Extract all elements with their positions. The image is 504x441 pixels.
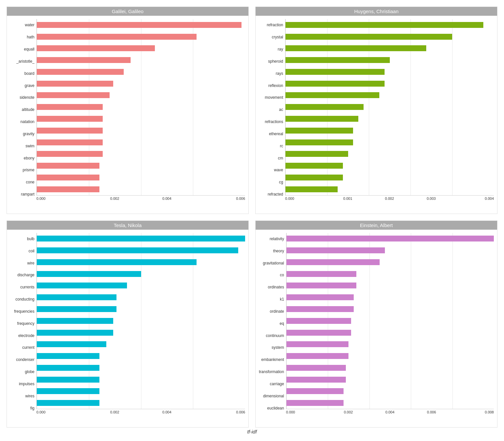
bar-row xyxy=(37,69,245,75)
y-label: reflexion xyxy=(259,84,283,88)
bars-area-huygens xyxy=(285,19,494,196)
bar-row xyxy=(285,45,494,52)
y-label: eq xyxy=(259,322,284,326)
bar-row xyxy=(37,127,245,134)
bar xyxy=(285,175,343,180)
y-label: cm xyxy=(259,156,283,160)
bar-row xyxy=(286,306,494,312)
bar-row xyxy=(285,162,494,169)
y-label: cg xyxy=(259,180,283,184)
bar-row xyxy=(286,329,494,336)
y-label: system xyxy=(259,346,284,349)
x-axis-tesla: 0.0000.0020.0040.006 xyxy=(36,409,245,414)
bar xyxy=(37,186,99,192)
y-label: hath xyxy=(10,35,34,39)
x-tick: 0.004 xyxy=(141,410,193,414)
bar-row xyxy=(37,104,245,110)
y-label: gravity xyxy=(10,132,34,136)
bar-row xyxy=(37,247,245,254)
bar xyxy=(37,92,110,98)
bar xyxy=(37,104,103,110)
bar-row xyxy=(285,69,494,75)
bar xyxy=(285,139,353,145)
bar-row xyxy=(37,92,245,98)
bar-row xyxy=(37,282,245,289)
y-label: fig xyxy=(10,406,34,410)
y-label: ray xyxy=(259,47,283,51)
bar-row xyxy=(286,388,494,394)
bar-row xyxy=(285,116,494,122)
y-label: embankment xyxy=(259,358,284,362)
bar xyxy=(285,22,483,28)
bar-row xyxy=(37,33,245,40)
bar xyxy=(285,128,353,134)
bar-row xyxy=(37,400,245,406)
y-labels-einstein: relativitytheorygravitationalcoordinates… xyxy=(259,233,286,414)
bar xyxy=(286,400,344,406)
y-label: ethereal xyxy=(259,132,283,136)
chart-title-huygens: Huygens, Christiaan xyxy=(256,7,497,16)
bar xyxy=(285,57,390,63)
y-label: prisme xyxy=(10,168,34,172)
bar-row xyxy=(285,127,494,134)
bar xyxy=(286,259,380,265)
chart-body-einstein: relativitytheorygravitationalcoordinates… xyxy=(256,230,497,428)
x-tick: 0.000 xyxy=(286,410,328,414)
bar xyxy=(285,45,426,51)
bar-row xyxy=(285,139,494,146)
bar xyxy=(286,294,354,300)
y-label: euclidean xyxy=(259,406,284,410)
y-label: refractions xyxy=(259,120,283,124)
bar-row xyxy=(37,365,245,371)
bar-row xyxy=(37,329,245,336)
bar-row xyxy=(285,151,494,157)
bar xyxy=(37,45,155,51)
bar xyxy=(37,365,99,371)
bar xyxy=(286,318,351,324)
y-label: swim xyxy=(10,144,34,148)
bar xyxy=(37,247,238,253)
y-label: wires xyxy=(10,394,34,398)
bar-row xyxy=(37,259,245,265)
bar xyxy=(37,271,141,277)
bar-row xyxy=(286,271,494,277)
bar xyxy=(286,247,385,253)
bar xyxy=(286,388,344,394)
bar-row xyxy=(286,353,494,359)
y-label: currents xyxy=(10,285,34,289)
y-label: sidenote xyxy=(10,95,34,99)
y-label: continuum xyxy=(259,334,284,338)
y-label: rampart xyxy=(10,192,34,196)
y-label: rc xyxy=(259,144,283,148)
y-label: ac xyxy=(259,108,283,112)
y-label: bulb xyxy=(10,237,34,241)
bar-row xyxy=(37,174,245,181)
bar-row xyxy=(37,45,245,52)
bar-row xyxy=(286,318,494,324)
bar xyxy=(286,377,346,383)
bar xyxy=(37,163,99,169)
bar xyxy=(285,92,379,98)
bar xyxy=(286,341,349,347)
y-labels-tesla: bulbcoilwiredischargecurrentsconductingf… xyxy=(10,233,36,414)
bar xyxy=(37,34,197,40)
chart-einstein: Einstein, Albertrelativitytheorygravitat… xyxy=(255,220,497,428)
bar-row xyxy=(286,365,494,371)
chart-tesla: Tesla, Nikolabulbcoilwiredischargecurren… xyxy=(7,220,249,428)
chart-body-huygens: refractioncrystalrayspheroidraysreflexio… xyxy=(256,16,497,214)
bar xyxy=(37,283,127,288)
y-labels-galilei: waterhathequall_aristotle_boardgraveside… xyxy=(10,19,36,200)
bar-row xyxy=(37,80,245,87)
bar xyxy=(285,81,385,87)
bar xyxy=(37,116,103,122)
y-label: electrode xyxy=(10,334,34,338)
y-label: natation xyxy=(10,120,34,124)
bar-row xyxy=(285,22,494,28)
bar-row xyxy=(37,341,245,347)
y-label: crystal xyxy=(259,35,283,39)
bar xyxy=(37,400,99,406)
bar-row xyxy=(37,116,245,122)
bar xyxy=(37,377,99,383)
bar-row xyxy=(37,57,245,63)
bar-row xyxy=(286,282,494,289)
